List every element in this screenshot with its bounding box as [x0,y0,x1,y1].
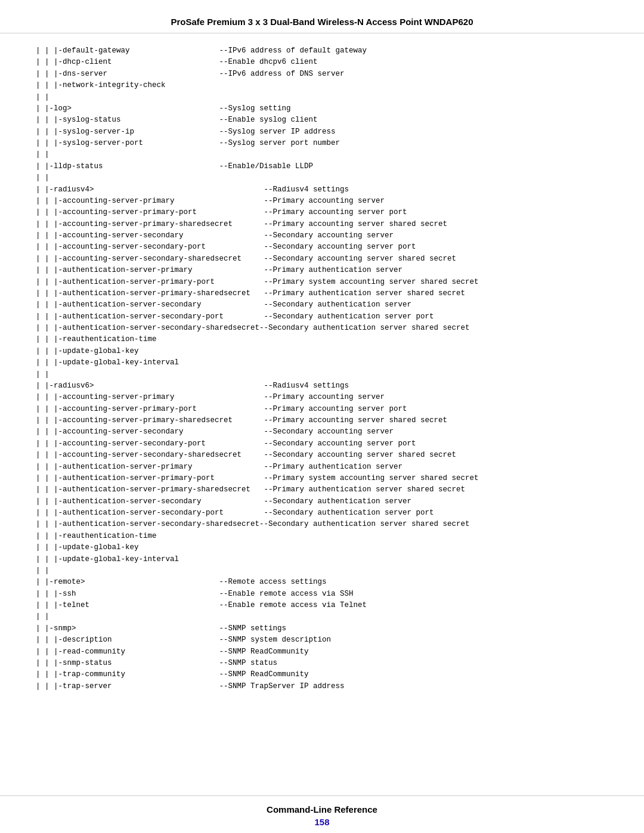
code-line: | | |-accounting-server-primary-sharedse… [36,415,608,426]
code-line: | | |-update-global-key-interval [36,554,608,565]
code-line: | | |-snmp-status --SNMP status [36,658,608,669]
code-line: | | |-network-integrity-check [36,80,608,91]
code-line: | | [36,149,608,160]
code-line: | | |-authentication-server-primary --Pr… [36,462,608,473]
code-line: | | |-authentication-server-primary --Pr… [36,265,608,276]
code-line: | | |-accounting-server-secondary-shared… [36,450,608,461]
page-container: ProSafe Premium 3 x 3 Dual-Band Wireless… [0,0,644,833]
code-line: | | |-authentication-server-secondary --… [36,299,608,311]
code-line: | | |-dhcp-client --Enable dhcpv6 client [36,57,608,68]
code-line: | | |-reauthentication-time [36,334,608,345]
code-line: | | [36,565,608,577]
code-line: | | |-accounting-server-secondary --Seco… [36,426,608,438]
code-line: | | |-authentication-server-primary-shar… [36,484,608,496]
code-line: | | |-authentication-server-primary-shar… [36,288,608,299]
code-line: | | |-accounting-server-secondary-shared… [36,253,608,265]
code-line: | | |-syslog-status --Enable syslog clie… [36,114,608,126]
code-line: | | |-authentication-server-primary-port… [36,277,608,288]
footer-title: Command-Line Reference [36,804,608,815]
code-line: | | |-accounting-server-primary-port --P… [36,404,608,415]
code-line: | | |-accounting-server-primary-port --P… [36,207,608,218]
code-line: | |-snmp> --SNMP settings [36,623,608,634]
code-line: | | |-accounting-server-primary --Primar… [36,392,608,403]
code-line: | | |-authentication-server-secondary-sh… [36,323,608,334]
code-line: | | [36,611,608,623]
code-line: | | |-update-global-key [36,542,608,553]
content-area: | | |-default-gateway --IPv6 address of … [0,39,644,795]
code-line: | | |-update-global-key-interval [36,357,608,368]
code-line: | |-remote> --Remote access settings [36,577,608,588]
code-line: | | |-authentication-server-secondary-sh… [36,519,608,530]
code-line: | |-lldp-status --Enable/Disable LLDP [36,161,608,172]
code-line: | | |-telnet --Enable remote access via … [36,600,608,611]
code-line: | | |-read-community --SNMP ReadCommunit… [36,646,608,658]
code-line: | | |-accounting-server-primary-sharedse… [36,219,608,230]
code-line: | | [36,172,608,184]
code-line: | | |-accounting-server-secondary --Seco… [36,230,608,241]
code-line: | | |-update-global-key [36,346,608,357]
code-line: | | [36,92,608,103]
code-line: | | |-authentication-server-secondary --… [36,496,608,507]
page-footer: Command-Line Reference 158 [0,795,644,833]
code-line: | | |-syslog-server-ip --Syslog server I… [36,126,608,138]
code-line: | |-radiusv6> --Radiusv4 settings [36,380,608,392]
code-line: | |-log> --Syslog setting [36,103,608,114]
code-line: | | |-authentication-server-primary-port… [36,473,608,484]
code-line: | | |-ssh --Enable remote access via SSH [36,589,608,600]
code-line: | | |-accounting-server-primary --Primar… [36,196,608,207]
code-line: | | |-accounting-server-secondary-port -… [36,241,608,253]
footer-page-number: 158 [36,817,608,827]
code-line: | | |-trap-community --SNMP ReadCommunit… [36,669,608,680]
code-line: | | |-accounting-server-secondary-port -… [36,438,608,450]
header-title: ProSafe Premium 3 x 3 Dual-Band Wireless… [171,17,473,27]
code-line: | | |-trap-server --SNMP TrapServer IP a… [36,681,608,692]
code-line: | | |-authentication-server-secondary-po… [36,311,608,323]
code-line: | | |-dns-server --IPv6 address of DNS s… [36,69,608,80]
code-line: | | |-authentication-server-secondary-po… [36,507,608,519]
code-line: | | |-syslog-server-port --Syslog server… [36,138,608,149]
code-line: | | [36,369,608,380]
code-line: | |-radiusv4> --Radiusv4 settings [36,184,608,196]
code-line: | | |-description --SNMP system descript… [36,634,608,646]
page-header: ProSafe Premium 3 x 3 Dual-Band Wireless… [0,0,644,33]
code-line: | | |-default-gateway --IPv6 address of … [36,45,608,57]
code-line: | | |-reauthentication-time [36,531,608,542]
